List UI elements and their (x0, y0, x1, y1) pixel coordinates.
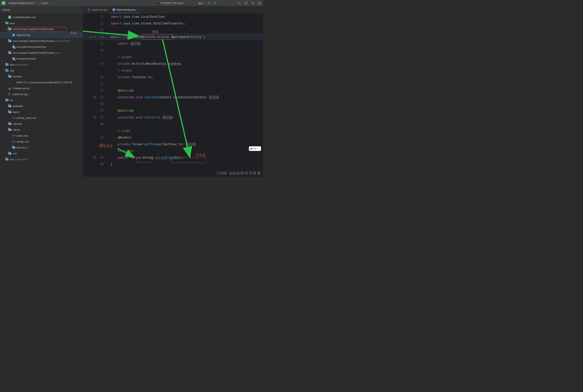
gutter[interactable]: 42› (83, 141, 110, 148)
gutter[interactable]: 40 (83, 121, 110, 128)
tree-item[interactable]: res (generated) (0, 156, 83, 162)
tree-arrow-icon[interactable]: › (4, 152, 7, 154)
tree-item[interactable]: ›xml (0, 150, 83, 156)
code-text[interactable]: 2 usages (110, 67, 263, 74)
tree-item[interactable]: ⌄includes (0, 74, 83, 79)
tree-item[interactable]: ›mipmap (0, 121, 83, 127)
tree-item[interactable]: </>activity_main.xml (0, 115, 83, 121)
code-text[interactable]: static {...} (110, 40, 263, 47)
code-line[interactable]: 19 private ActivityMainBinding binding; (83, 60, 263, 67)
gutter[interactable]: 13 (83, 27, 110, 34)
tree-item[interactable]: CExampleInstrumentedTest (0, 44, 83, 50)
fold-arrow-icon[interactable]: › (105, 114, 107, 121)
code-line[interactable]: 30 (83, 101, 263, 108)
tree-arrow-icon[interactable]: ⌄ (4, 76, 7, 78)
run-button[interactable] (207, 1, 211, 5)
gutter[interactable]: 20 (83, 74, 110, 80)
tree-item[interactable]: </>colors.xml (0, 133, 83, 138)
tree-arrow-icon[interactable]: ⌄ (4, 129, 7, 131)
tree-item[interactable]: ⌄layout (0, 109, 83, 115)
code-text[interactable]: protected void onCreate(Bundle savedInst… (110, 94, 263, 101)
gutter[interactable]: 31 (83, 108, 110, 114)
code-text[interactable]: } (110, 161, 263, 168)
code-text[interactable]: @NonNull (110, 134, 263, 141)
editor-tab[interactable]: C⁺native-lib.cpp (85, 6, 110, 13)
code-line[interactable]: 21 (83, 80, 263, 87)
tree-item[interactable]: MAndroidManifest.xml (0, 14, 83, 20)
tree-item[interactable]: C⁺native-lib.cpp (0, 91, 83, 97)
gutter[interactable]: 12 (83, 20, 110, 27)
code-line[interactable]: 15› static {...} (83, 40, 263, 47)
override-gutter-icon[interactable]: O (93, 116, 96, 119)
tree-arrow-icon[interactable]: › (8, 81, 11, 84)
code-line[interactable]: 12import java.time.format.DateTimeFormat… (83, 20, 263, 27)
gutter[interactable]: 19 (83, 60, 110, 67)
tree-item[interactable]: ›drawable (0, 103, 83, 109)
tree-item[interactable]: java (0, 20, 83, 26)
tree-item[interactable]: cpp (0, 68, 83, 74)
code-text[interactable]: @Override (110, 108, 263, 114)
ime-floating-toolbar[interactable]: du 中 、 (249, 146, 261, 151)
gutter[interactable]: 22 (83, 87, 110, 94)
code-text[interactable]: private Thread getThread(TextView tv) {.… (110, 141, 263, 148)
code-line[interactable]: 42› private Thread getThread(TextView tv… (83, 141, 263, 148)
project-selector[interactable]: UpdateTimeByThread ▾ (7, 1, 37, 5)
tree-item[interactable]: CMakeLists.txt (0, 85, 83, 91)
code-line[interactable]: 11import java.time.LocalDateTime; (83, 14, 263, 20)
code-editor[interactable]: 11import java.time.LocalDateTime;12impor… (83, 14, 263, 177)
tree-item[interactable]: java (generated) (0, 62, 83, 68)
run-gutter-icon[interactable]: ▶ (91, 34, 92, 40)
code-line[interactable]: ▶</>14public class MainActivity extends … (83, 34, 263, 40)
editor-tab[interactable]: CMainActivity.java× (110, 6, 141, 13)
tree-item[interactable]: res (0, 97, 83, 103)
fold-arrow-icon[interactable]: › (105, 40, 107, 47)
code-line[interactable]: 60} (83, 161, 263, 168)
refresh-icon[interactable] (244, 1, 248, 5)
tree-item[interactable]: ›themes (2) (0, 144, 83, 150)
close-icon[interactable]: × (137, 8, 138, 11)
code-line[interactable]: 3 usages (83, 54, 263, 60)
code-line[interactable]: 41 @NonNull (83, 134, 263, 141)
code-line[interactable]: no usages (83, 148, 263, 154)
tree-item[interactable]: ›NDK r27 (~/Library/Android/sdk/ndk/27.0… (0, 79, 83, 85)
code-text[interactable]: private TextView tv; (110, 74, 263, 80)
code-line[interactable]: 22 @Override (83, 87, 263, 94)
code-with-me-icon[interactable] (237, 1, 241, 5)
override-gutter-icon[interactable]: O (93, 96, 96, 99)
code-line[interactable]: 2 usages (83, 67, 263, 74)
gutter[interactable]: 60 (83, 161, 110, 168)
gutter[interactable]: 21 (83, 80, 110, 87)
code-text[interactable]: 3 usages (110, 54, 263, 60)
tree-arrow-icon[interactable]: ⌄ (4, 40, 7, 42)
code-text[interactable]: no usages (110, 148, 263, 154)
code-text[interactable]: private ActivityMainBinding binding; (110, 60, 263, 67)
sidebar-view-selector[interactable]: ndroid ▾ (0, 6, 83, 14)
tree-item[interactable]: ⌄com.example.UpdateTimeByThread (test) (0, 50, 83, 56)
tree-arrow-icon[interactable]: › (8, 146, 11, 149)
tree-arrow-icon[interactable]: ⌄ (4, 28, 7, 30)
code-line[interactable]: O32› protected void onStart() {...} (83, 114, 263, 121)
fold-arrow-icon[interactable]: › (105, 141, 107, 148)
gutter[interactable]: 41 (83, 134, 110, 141)
code-text[interactable]: 1 usage (110, 128, 263, 134)
debug-button[interactable] (213, 1, 217, 5)
tree-arrow-icon[interactable]: › (4, 123, 7, 125)
code-line[interactable]: 13 (83, 27, 263, 34)
code-line[interactable]: 40 (83, 121, 263, 128)
gutter[interactable]: 15› (83, 40, 110, 47)
gutter[interactable]: 18 (83, 47, 110, 54)
bug-icon[interactable] (258, 1, 261, 5)
device-selector[interactable]: 📱 HUAWEI LRA-AL00 ▾ (155, 1, 187, 5)
tree-item[interactable]: ⌄values (0, 127, 83, 133)
branch-selector[interactable]: ᛘ main ▾ (38, 1, 51, 5)
tree-arrow-icon[interactable]: ⌄ (4, 52, 7, 54)
list-icon[interactable] (251, 1, 255, 5)
code-text[interactable]: public class MainActivity extends AppCom… (110, 34, 263, 40)
code-text[interactable]: public native String stringFromJNI(); (110, 154, 263, 161)
code-line[interactable]: O23› protected void onCreate(Bundle save… (83, 94, 263, 101)
gutter[interactable]: O32› (83, 114, 110, 121)
gutter[interactable]: O23› (83, 94, 110, 101)
gutter[interactable]: ▶</>14 (83, 34, 110, 40)
gutter[interactable]: 30 (83, 101, 110, 108)
more-button[interactable]: ⋮ (218, 1, 222, 5)
